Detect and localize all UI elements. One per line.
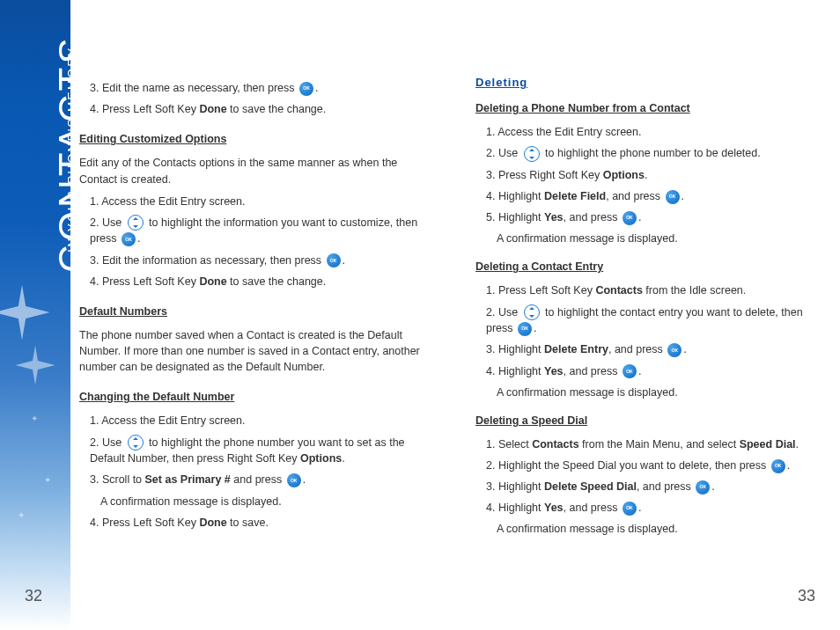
ok-icon: OK [122,232,136,246]
text: 3. Scroll to [90,473,145,486]
text: 4. Highlight [486,190,544,202]
bold-text: Contacts [532,438,578,451]
page-subtitle: IN YOUR PHONE'S MEMORY [65,47,79,253]
sub-heading: Deleting a Contact Entry [475,259,823,275]
sub-heading: Deleting a Phone Number from a Contact [475,100,823,116]
section-heading: Changing the Default Number [79,389,427,405]
text: . [796,438,799,451]
text: . [638,211,641,223]
step-text: 2. Use to highlight the phone number you… [90,435,427,467]
step-text: 1. Select Contacts from the Main Menu, a… [486,436,823,452]
text: , and press [564,365,621,377]
step-text: 4. Press Left Soft Key Done to save. [90,515,427,531]
bold-text: Speed Dial [740,438,796,451]
text: 1. Select [486,438,532,451]
text: to save. [227,516,269,529]
text: 2. Use [486,147,521,159]
text: 4. Press Left Soft Key [90,516,199,529]
bold-text: Options [300,452,342,465]
ok-icon: OK [327,253,341,267]
step-text: 1. Access the Edit Entry screen. [486,124,823,140]
text: , and press [564,502,621,514]
step-text: 4. Highlight Yes, and press OK. [486,500,823,516]
text: 4. Press Left Soft Key [90,275,199,288]
ok-icon: OK [623,211,637,225]
bold-text: Done [199,516,226,529]
step-text: 1. Access the Edit Entry screen. [90,413,427,429]
page-number-right: 33 [798,587,815,605]
bold-text: Done [199,275,226,288]
step-text: 1. Access the Edit Entry screen. [90,194,427,209]
text: and press [231,473,285,486]
text: , and press [606,190,663,202]
bold-text: Delete Speed Dial [544,480,637,493]
ok-icon: OK [666,190,680,204]
text: . [342,452,344,465]
right-column: Deleting Deleting a Phone Number from a … [475,75,823,603]
ok-icon: OK [696,480,710,494]
text: . [638,502,641,514]
text: to save the change. [227,275,327,288]
paragraph: The phone number saved when a Contact is… [79,327,427,375]
text: 2. Use [90,436,125,449]
text: from the Idle screen. [643,284,746,297]
ok-icon: OK [667,343,682,357]
bold-text: Yes [544,211,564,223]
step-text: 2. Use to highlight the contact entry yo… [486,304,823,337]
step-text: 3. Edit the information as necessary, th… [90,253,427,268]
star-decoration-small [13,343,57,387]
text: from the Main Menu, and select [579,438,740,451]
sparkle: ✦ [31,414,38,423]
nav-icon [128,215,144,231]
step-text: A confirmation message is displayed. [497,231,823,246]
section-heading: Default Numbers [79,304,427,319]
text: 3. Edit the information as necessary, th… [90,254,325,267]
text: . [534,322,536,334]
nav-icon [128,435,144,451]
text: 4. Press Left Soft Key [90,103,199,115]
step-text: 3. Scroll to Set as Primary # and press … [90,472,427,487]
text: 2. Use [90,216,125,229]
bold-text: Yes [544,365,564,377]
step-text: 3. Highlight Delete Speed Dial, and pres… [486,479,823,494]
text: to highlight the phone number to be dele… [542,147,761,159]
step-text: 3. Highlight Delete Entry, and press OK. [486,341,823,357]
ok-icon: OK [623,364,637,378]
text: . [645,169,647,181]
text: 3. Press Right Soft Key [486,169,603,181]
step-text: 2. Highlight the Speed Dial you want to … [486,458,823,473]
text: 4. Highlight [486,502,544,514]
bold-text: Contacts [595,284,642,297]
bold-text: Delete Field [544,190,606,202]
star-decoration [0,282,53,343]
text: 4. Highlight [486,365,544,377]
sub-heading: Deleting a Speed Dial [475,413,823,429]
text: , and press [564,211,621,223]
page-number-left: 32 [25,587,42,605]
step-text: A confirmation message is displayed. [100,494,427,509]
text: . [787,459,790,472]
ok-icon: OK [623,502,637,516]
section-heading: Editing Customized Options [79,131,427,147]
bold-text: Done [199,103,226,115]
nav-icon [524,146,540,162]
step-text: 1. Press Left Soft Key Contacts from the… [486,282,823,298]
bold-text: Yes [544,502,564,514]
ok-icon: OK [299,82,313,96]
text: . [638,365,641,377]
main-section-heading: Deleting [475,75,823,92]
step-text: 4. Highlight Delete Field, and press OK. [486,188,823,204]
left-column: 3. Edit the name as necessary, then pres… [79,75,427,603]
step-text: 4. Highlight Yes, and press OK. [486,363,823,379]
text: 2. Highlight the Speed Dial you want to … [486,459,770,472]
ok-icon: OK [518,322,532,336]
text: to save the change. [227,103,327,115]
text: 3. Highlight [486,343,544,355]
text: . [315,82,318,94]
content-area: 3. Edit the name as necessary, then pres… [79,75,828,603]
ok-icon: OK [287,473,301,487]
text: , and press [637,480,694,493]
paragraph: Edit any of the Contacts options in the … [79,155,427,187]
text: . [303,473,306,486]
text: . [343,254,345,267]
